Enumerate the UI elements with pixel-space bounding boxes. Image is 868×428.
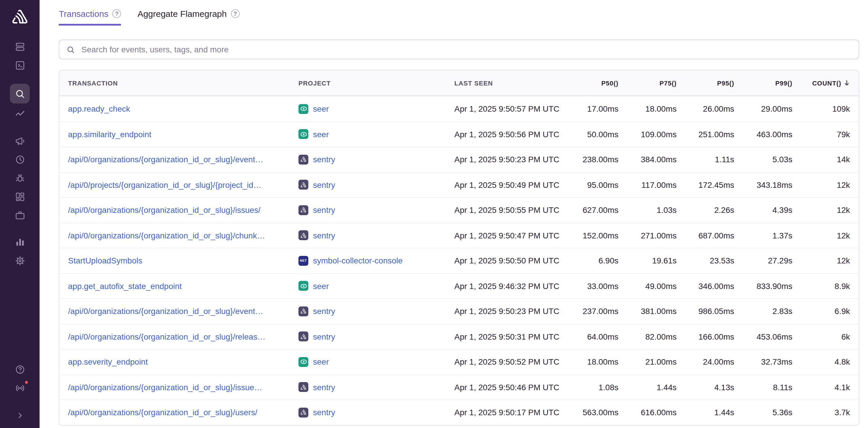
p95-cell: 251.00ms	[677, 130, 734, 139]
sidebar-item-performance[interactable]	[10, 105, 30, 123]
project-link[interactable]: sentry	[313, 231, 335, 240]
project-link[interactable]: symbol-collector-console	[313, 256, 403, 265]
transaction-link[interactable]: app.get_autofix_state_endpoint	[68, 282, 299, 291]
sidebar-item-settings[interactable]	[10, 252, 30, 269]
transaction-link[interactable]: /api/0/projects/{organization_id_or_slug…	[68, 180, 299, 190]
last-seen-cell: Apr 1, 2025 9:50:46 PM UTC	[454, 383, 563, 392]
p95-cell: 346.00ms	[677, 282, 734, 291]
project-link[interactable]: seer	[313, 357, 329, 367]
project-cell: seer	[299, 104, 454, 114]
transaction-link[interactable]: /api/0/organizations/{organization_id_or…	[68, 383, 299, 392]
table-header-row: TRANSACTION PROJECT LAST SEEN P50() P75(…	[59, 70, 859, 96]
column-header-p99[interactable]: P99()	[734, 79, 793, 86]
project-platform-icon	[299, 281, 308, 291]
p95-cell: 986.05ms	[677, 307, 734, 316]
last-seen-cell: Apr 1, 2025 9:50:50 PM UTC	[454, 256, 563, 265]
sidebar-item-issues[interactable]	[10, 38, 30, 55]
transaction-link[interactable]: /api/0/organizations/{organization_id_or…	[68, 205, 299, 215]
project-cell: seer	[299, 281, 454, 291]
sidebar-item-dashboards[interactable]	[10, 188, 30, 205]
p99-cell: 8.11s	[734, 383, 793, 392]
project-cell: sentry	[299, 332, 454, 342]
tab-aggregate-flamegraph[interactable]: Aggregate Flamegraph	[137, 9, 240, 26]
help-button[interactable]	[10, 361, 30, 378]
project-link[interactable]: seer	[313, 104, 329, 114]
p50-cell: 627.00ms	[563, 205, 618, 215]
sentry-logo-icon	[11, 9, 29, 26]
tab-transactions-label: Transactions	[59, 9, 108, 19]
p99-cell: 29.00ms	[734, 104, 793, 114]
p75-cell: 1.44s	[618, 383, 677, 392]
sidebar-item-feedback[interactable]	[10, 132, 30, 150]
column-header-p75[interactable]: P75()	[618, 79, 677, 86]
project-platform-icon	[299, 408, 308, 418]
p99-cell: 833.90ms	[734, 282, 793, 291]
broadcast-icon	[14, 382, 25, 393]
transaction-link[interactable]: /api/0/organizations/{organization_id_or…	[68, 231, 299, 240]
sidebar-item-stats[interactable]	[10, 233, 30, 251]
project-link[interactable]: sentry	[313, 383, 335, 392]
sort-descending-icon	[843, 80, 850, 86]
project-link[interactable]: seer	[313, 282, 329, 291]
project-link[interactable]: sentry	[313, 408, 335, 417]
project-platform-icon	[299, 104, 308, 114]
p75-cell: 616.00ms	[618, 408, 677, 417]
whats-new-button[interactable]	[10, 379, 30, 397]
transaction-link[interactable]: /api/0/organizations/{organization_id_or…	[68, 332, 299, 341]
last-seen-cell: Apr 1, 2025 9:50:31 PM UTC	[454, 332, 563, 341]
expand-sidebar-button[interactable]	[10, 406, 30, 424]
sidebar-item-alerts[interactable]	[10, 169, 30, 187]
transaction-link[interactable]: app.severity_endpoint	[68, 357, 299, 367]
column-header-p50[interactable]: P50()	[563, 79, 618, 86]
sentry-logo[interactable]	[10, 8, 30, 27]
table-row: app.similarity_endpoint seer Apr 1, 2025…	[59, 121, 859, 146]
last-seen-cell: Apr 1, 2025 9:50:23 PM UTC	[454, 155, 563, 164]
help-icon[interactable]	[113, 9, 121, 18]
table-row: /api/0/organizations/{organization_id_or…	[59, 374, 859, 399]
transaction-link[interactable]: StartUploadSymbols	[68, 256, 299, 265]
project-platform-icon	[299, 231, 308, 240]
sidebar-item-replays[interactable]	[10, 151, 30, 168]
search-bar[interactable]	[59, 39, 859, 59]
column-header-count[interactable]: COUNT()	[793, 79, 850, 86]
table-row: /api/0/organizations/{organization_id_or…	[59, 223, 859, 248]
project-cell: sentry	[299, 408, 454, 418]
column-header-project[interactable]: PROJECT	[299, 79, 454, 86]
project-link[interactable]: sentry	[313, 155, 335, 164]
transaction-link[interactable]: /api/0/organizations/{organization_id_or…	[68, 307, 299, 316]
grid-dashboard-icon	[14, 191, 25, 202]
issues-stack-icon	[14, 41, 25, 52]
p50-cell: 18.00ms	[563, 357, 618, 367]
project-platform-icon	[299, 332, 308, 342]
main-content: Transactions Aggregate Flamegraph TRANSA…	[39, 0, 868, 428]
column-header-p95[interactable]: P95()	[677, 79, 734, 86]
sidebar-item-explore[interactable]	[10, 84, 30, 103]
transaction-link[interactable]: app.similarity_endpoint	[68, 130, 299, 139]
p50-cell: 64.00ms	[563, 332, 618, 341]
transaction-link[interactable]: /api/0/organizations/{organization_id_or…	[68, 408, 299, 417]
project-link[interactable]: sentry	[313, 307, 335, 316]
project-cell: sentry	[299, 155, 454, 165]
transaction-link[interactable]: app.ready_check	[68, 104, 299, 114]
project-platform-icon	[299, 382, 308, 392]
p95-cell: 1.11s	[677, 155, 734, 164]
sidebar-item-projects[interactable]	[10, 57, 30, 74]
column-header-transaction[interactable]: TRANSACTION	[68, 79, 299, 86]
last-seen-cell: Apr 1, 2025 9:50:57 PM UTC	[454, 104, 563, 114]
p50-cell: 6.90s	[563, 256, 618, 265]
project-link[interactable]: seer	[313, 130, 329, 139]
project-link[interactable]: sentry	[313, 205, 335, 215]
transaction-link[interactable]: /api/0/organizations/{organization_id_or…	[68, 155, 299, 164]
p99-cell: 4.39s	[734, 205, 793, 215]
help-icon[interactable]	[231, 9, 240, 18]
column-header-last-seen[interactable]: LAST SEEN	[454, 79, 563, 86]
tab-transactions[interactable]: Transactions	[59, 9, 121, 26]
notification-dot	[24, 380, 29, 385]
project-link[interactable]: sentry	[313, 180, 335, 190]
p99-cell: 5.36s	[734, 408, 793, 417]
project-link[interactable]: sentry	[313, 332, 335, 341]
search-input[interactable]	[80, 44, 852, 55]
sidebar-item-releases[interactable]	[10, 206, 30, 224]
p95-cell: 26.00ms	[677, 104, 734, 114]
p95-cell: 2.26s	[677, 205, 734, 215]
